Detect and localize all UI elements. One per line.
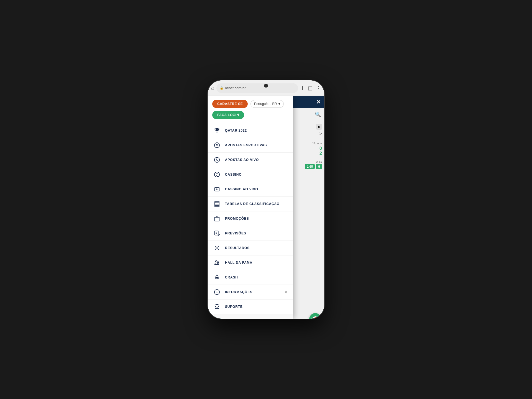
menu-label-promocoes: PROMOÇÕES [225,217,249,221]
share-icon[interactable]: ⬆ [300,85,305,91]
trophy-icon [213,127,221,134]
menu-item-apostas-esportivas[interactable]: APOSTAS ESPORTIVAS [208,138,293,153]
menu-item-qatar2022[interactable]: QATAR 2022 [208,123,293,138]
casino-icon [213,172,221,178]
menu-label-apostas-esportivas: APOSTAS ESPORTIVAS [225,143,267,147]
odds-label: TO 3.5 [294,160,322,163]
menu-label-previsoes: PREVISÕES [225,231,246,235]
menu-label-suporte: SUPORTE [225,305,243,309]
menu-item-resultados[interactable]: RESULTADOS [208,241,293,255]
browser-actions: ⬆ ◫ ⋮ [300,85,321,91]
svg-rect-8 [215,231,218,235]
score-2: 2 [294,151,322,156]
arrow-right[interactable]: » [316,124,322,130]
browser-bar: ⌂ 🔒 ivibet.com/br ⬆ ◫ ⋮ [208,80,324,96]
reader-icon[interactable]: ◫ [308,85,313,91]
odds-h[interactable]: H [316,164,322,169]
menu-label-qatar2022: QATAR 2022 [225,129,247,132]
language-selector[interactable]: Português - BR ▾ [250,100,284,108]
results-icon [213,245,221,251]
menu-label-cassino-ao-vivo: CASSINO AO VIVO [225,187,258,191]
menu-label-resultados: RESULTADOS [225,246,250,250]
menu-header: CADASTRE-SE Português - BR ▾ FAÇA LOGIN [208,96,293,123]
login-button[interactable]: FAÇA LOGIN [212,111,244,119]
menu-item-suporte[interactable]: SUPORTE [208,300,293,314]
menu-item-hall-da-fama[interactable]: HALL DA FAMA [208,255,293,270]
svg-point-9 [216,247,218,249]
menu-item-tabelas[interactable]: TABELAS DE CLASSIFICAÇÃO [208,197,293,211]
support-icon [213,304,221,310]
table-icon [213,201,221,207]
menu-label-cassino: CASSINO [225,173,242,177]
more-icon[interactable]: ⋮ [316,85,321,91]
match-time: 1ª parte [294,142,322,145]
svg-point-0 [214,143,219,148]
soccer-icon [213,142,221,148]
nav-chevron[interactable]: > [319,131,322,136]
phone-screen: ⌂ 🔒 ivibet.com/br ⬆ ◫ ⋮ CADASTRE-SE ✕ 🧙 [208,80,324,319]
fame-icon [213,260,221,266]
menu-label-informacoes: INFORMAÇÕES [225,290,252,294]
svg-point-4 [216,202,216,203]
svg-point-2 [214,172,219,177]
menu-label-crash: CRASH [225,275,238,279]
url-bar[interactable]: 🔒 ivibet.com/br [216,83,298,93]
menu-item-cassino-ao-vivo[interactable]: CASSINO AO VIVO [208,182,293,197]
menu-top-row: CADASTRE-SE Português - BR ▾ [212,100,288,108]
clock-sport-icon [213,157,221,163]
menu-label-apostas-ao-vivo: APOSTAS AO VIVO [225,158,259,162]
menu-item-promocoes[interactable]: PROMOÇÕES [208,211,293,226]
odds-value[interactable]: 1.65 [305,164,315,169]
svg-point-10 [216,261,217,262]
menu-items-list: QATAR 2022 APOSTAS ESPORTIVAS [208,123,293,314]
menu-label-tabelas: TABELAS DE CLASSIFICAÇÃO [225,202,280,206]
menu-item-apostas-ao-vivo[interactable]: APOSTAS AO VIVO [208,153,293,167]
menu-item-previsoes[interactable]: PREVISÕES [208,226,293,241]
menu-item-crash[interactable]: CRASH [208,270,293,285]
menu-item-informacoes[interactable]: INFORMAÇÕES ∨ [208,285,293,300]
side-menu: CADASTRE-SE Português - BR ▾ FAÇA LOGIN [208,96,293,319]
score-1: 0 [294,146,322,151]
phone-notch [264,84,268,88]
phone-frame: ⌂ 🔒 ivibet.com/br ⬆ ◫ ⋮ CADASTRE-SE ✕ 🧙 [208,80,324,319]
rocket-icon [213,274,221,280]
svg-point-11 [217,262,219,263]
fab-button[interactable]: 🎲 [309,313,321,319]
lock-icon: 🔒 [220,86,224,90]
menu-item-cassino[interactable]: CASSINO [208,167,293,182]
main-content: CADASTRE-SE ✕ 🧙 🔍 » [208,96,324,319]
info-icon [213,289,221,295]
casino-live-icon [213,186,221,192]
language-chevron: ▾ [278,102,280,106]
predictions-icon [213,230,221,236]
language-text: Português - BR [254,102,277,106]
gift-icon [213,216,221,222]
register-button[interactable]: CADASTRE-SE [212,100,248,108]
menu-label-hall-da-fama: HALL DA FAMA [225,261,252,265]
close-icon[interactable]: ✕ [316,99,321,105]
home-icon[interactable]: ⌂ [211,85,214,91]
url-text: ivibet.com/br [225,86,246,90]
search-icon[interactable]: 🔍 [315,111,321,117]
informacoes-chevron: ∨ [285,290,287,294]
